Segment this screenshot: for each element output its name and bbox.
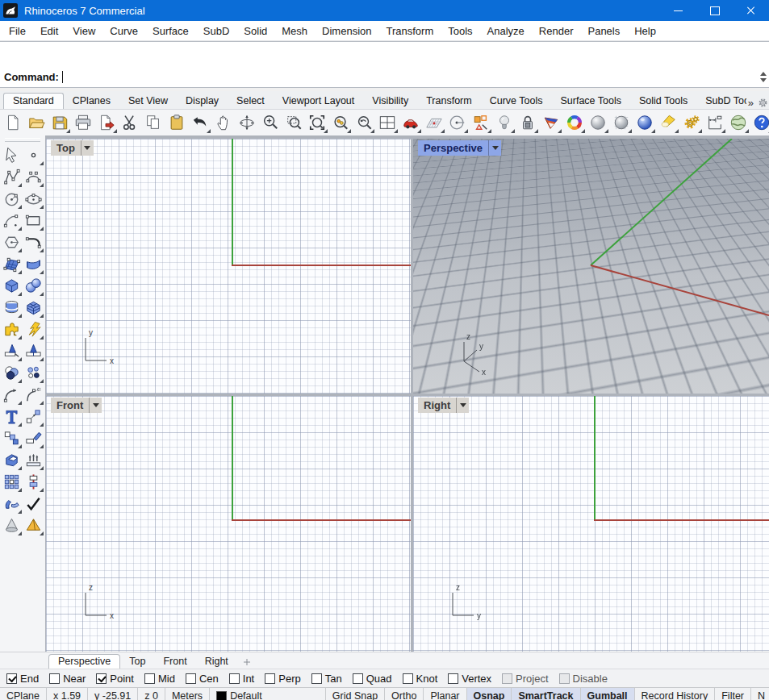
cylinder-icon[interactable] <box>1 297 22 318</box>
viewport-label-front[interactable]: Front <box>51 398 102 413</box>
status-meters[interactable]: Meters <box>165 688 210 700</box>
cut-icon[interactable] <box>119 112 140 133</box>
paste-icon[interactable] <box>166 112 187 133</box>
shaded-sphere-icon[interactable] <box>587 112 608 133</box>
explode-icon[interactable] <box>23 319 44 340</box>
osnap-project[interactable]: Project <box>502 673 548 685</box>
osnap-mid[interactable]: Mid <box>144 673 175 685</box>
copy-objects-icon[interactable] <box>1 427 22 448</box>
status-planar[interactable]: Planar <box>424 688 466 700</box>
command-line[interactable]: Command: <box>0 68 769 85</box>
menu-item-solid[interactable]: Solid <box>236 23 274 40</box>
menu-item-mesh[interactable]: Mesh <box>274 23 315 40</box>
checkbox-icon[interactable] <box>448 673 458 684</box>
menu-item-render[interactable]: Render <box>532 23 581 40</box>
zoom-dynamic-icon[interactable] <box>260 112 281 133</box>
cone-icon[interactable] <box>1 515 22 535</box>
checkbox-icon[interactable] <box>186 673 196 684</box>
fillet-icon[interactable] <box>1 384 22 405</box>
checkbox-icon[interactable] <box>403 673 413 684</box>
polygon-icon[interactable] <box>1 231 22 252</box>
pyramid-icon[interactable] <box>23 515 44 535</box>
toolbar-tab-cplanes[interactable]: CPlanes <box>64 94 119 109</box>
viewport-layout-icon[interactable] <box>377 112 398 133</box>
spheres-icon[interactable] <box>23 275 44 296</box>
status-z-0[interactable]: z 0 <box>138 688 165 700</box>
menu-item-analyze[interactable]: Analyze <box>480 23 532 40</box>
tab-overflow-chevron[interactable]: » <box>746 97 755 109</box>
osnap-tan[interactable]: Tan <box>311 673 342 685</box>
command-history[interactable] <box>0 42 769 68</box>
menu-item-help[interactable]: Help <box>627 23 663 40</box>
pan-icon[interactable] <box>213 112 234 133</box>
zoom-window-icon[interactable] <box>283 112 304 133</box>
toolbar-tab-standard[interactable]: Standard <box>3 93 64 109</box>
cplane-icon[interactable] <box>424 112 445 133</box>
menu-item-edit[interactable]: Edit <box>33 23 65 40</box>
checkbox-icon[interactable] <box>265 673 275 684</box>
blend-icon[interactable] <box>1 362 22 383</box>
osnap-disable[interactable]: Disable <box>559 673 608 685</box>
menu-item-curve[interactable]: Curve <box>102 23 145 40</box>
checkbox-icon[interactable] <box>229 673 240 684</box>
menu-item-view[interactable]: View <box>65 23 102 40</box>
twist-icon[interactable] <box>1 493 22 514</box>
new-file-icon[interactable] <box>2 112 23 133</box>
hide-lightbulb-icon[interactable] <box>494 112 515 133</box>
checkbox-icon[interactable] <box>6 673 17 684</box>
toolbar-tab-transform[interactable]: Transform <box>417 94 481 109</box>
display-mode-icon[interactable] <box>541 112 562 133</box>
mesh-box-icon[interactable] <box>23 297 44 318</box>
viewport-menu-arrow-icon[interactable] <box>456 398 469 413</box>
export-page-icon[interactable] <box>96 112 117 133</box>
zoom-extents-icon[interactable] <box>307 112 328 133</box>
osnap-vertex[interactable]: Vertex <box>448 673 491 685</box>
viewport-perspective[interactable]: z y x Perspective <box>413 139 769 394</box>
extrude-icon[interactable] <box>23 449 44 470</box>
viewport-front[interactable]: z x Front <box>46 396 411 652</box>
render-sphere-icon[interactable] <box>634 112 655 133</box>
rotate-icon[interactable] <box>23 427 44 448</box>
menu-item-file[interactable]: File <box>2 23 33 40</box>
curve-handle-icon[interactable] <box>23 231 44 252</box>
block-icon[interactable] <box>23 471 44 492</box>
rotate-view-icon[interactable] <box>236 112 257 133</box>
maximize-button[interactable] <box>696 0 733 21</box>
status-ortho[interactable]: Ortho <box>385 688 424 700</box>
viewport-tab-front[interactable]: Front <box>154 655 195 669</box>
menu-item-surface[interactable]: Surface <box>145 23 196 40</box>
toolbar-tab-visibility[interactable]: Visibility <box>363 94 417 109</box>
checkbox-icon[interactable] <box>353 673 363 684</box>
viewport-top[interactable]: y x Top <box>46 139 411 394</box>
viewport-label-perspective[interactable]: Perspective <box>418 140 501 156</box>
move-icon[interactable] <box>23 406 44 427</box>
status-filter[interactable]: Filter <box>715 688 751 700</box>
checkbox-icon[interactable] <box>559 673 570 684</box>
surface-grid-icon[interactable] <box>1 253 22 274</box>
check-icon[interactable] <box>23 493 44 514</box>
status-default[interactable]: Default <box>210 688 326 700</box>
toolbar-tab-select[interactable]: Select <box>228 94 274 109</box>
menu-item-subd[interactable]: SubD <box>196 23 237 40</box>
checkbox-icon[interactable] <box>144 673 155 684</box>
tabbar-gear-icon[interactable] <box>757 97 769 109</box>
viewport-menu-arrow-icon[interactable] <box>89 398 102 413</box>
color-wheel-icon[interactable] <box>564 112 585 133</box>
help-icon[interactable] <box>751 112 769 133</box>
spinner-down-icon[interactable] <box>760 78 767 82</box>
box-icon[interactable] <box>1 275 22 296</box>
lock-icon[interactable] <box>517 112 538 133</box>
dimension-icon[interactable] <box>704 112 725 133</box>
osnap-int[interactable]: Int <box>229 673 254 685</box>
zoom-selected-icon[interactable] <box>330 112 351 133</box>
checkbox-icon[interactable] <box>96 673 107 684</box>
toolbar-tab-viewport-layout[interactable]: Viewport Layout <box>274 94 363 109</box>
status-n[interactable]: N <box>751 688 769 700</box>
group-points-icon[interactable] <box>23 362 44 383</box>
toolbar-tab-solid-tools[interactable]: Solid Tools <box>630 94 696 109</box>
viewport-tab-top[interactable]: Top <box>120 655 154 669</box>
status-smarttrack[interactable]: SmartTrack <box>512 688 580 700</box>
split-icon[interactable] <box>23 340 44 361</box>
surface-patch-icon[interactable] <box>23 253 44 274</box>
status-gumball[interactable]: Gumball <box>581 688 635 700</box>
